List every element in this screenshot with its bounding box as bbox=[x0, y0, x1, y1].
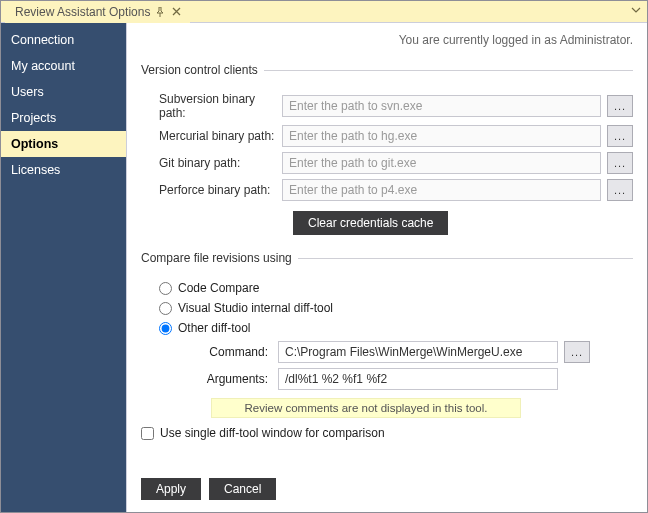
browse-git-button[interactable]: ... bbox=[607, 152, 633, 174]
row-svn: Subversion binary path: ... bbox=[141, 92, 633, 120]
clear-credentials-button[interactable]: Clear credentials cache bbox=[293, 211, 448, 235]
footer: Apply Cancel bbox=[127, 470, 647, 512]
compare-note: Review comments are not displayed in thi… bbox=[211, 398, 521, 418]
group-compare-legend: Compare file revisions using bbox=[141, 251, 298, 265]
browse-p4-button[interactable]: ... bbox=[607, 179, 633, 201]
radio-other-input[interactable] bbox=[159, 322, 172, 335]
radio-code-compare-label: Code Compare bbox=[178, 281, 259, 295]
radio-other[interactable]: Other diff-tool bbox=[159, 321, 633, 335]
input-p4-path[interactable] bbox=[282, 179, 601, 201]
window-title: Review Assistant Options bbox=[15, 5, 150, 19]
group-vcs: Version control clients Subversion binar… bbox=[141, 63, 633, 239]
other-diff-subpanel: Command: ... Arguments: Review comments … bbox=[177, 341, 633, 418]
input-arguments[interactable] bbox=[278, 368, 558, 390]
radio-vs-internal-input[interactable] bbox=[159, 302, 172, 315]
label-p4: Perforce binary path: bbox=[141, 183, 276, 197]
label-svn: Subversion binary path: bbox=[141, 92, 276, 120]
label-hg: Mercurial binary path: bbox=[141, 129, 276, 143]
apply-button[interactable]: Apply bbox=[141, 478, 201, 500]
pin-icon[interactable] bbox=[154, 6, 166, 18]
group-vcs-legend: Version control clients bbox=[141, 63, 264, 77]
radio-vs-internal[interactable]: Visual Studio internal diff-tool bbox=[159, 301, 633, 315]
group-compare: Compare file revisions using Code Compar… bbox=[141, 251, 633, 444]
label-command: Command: bbox=[177, 345, 272, 359]
sidebar-item-my-account[interactable]: My account bbox=[1, 53, 126, 79]
browse-hg-button[interactable]: ... bbox=[607, 125, 633, 147]
input-command[interactable] bbox=[278, 341, 558, 363]
row-hg: Mercurial binary path: ... bbox=[141, 125, 633, 147]
single-window-row[interactable]: Use single diff-tool window for comparis… bbox=[141, 426, 633, 440]
sidebar: Connection My account Users Projects Opt… bbox=[1, 23, 126, 512]
window: Review Assistant Options Connection My a… bbox=[0, 0, 648, 513]
sidebar-item-projects[interactable]: Projects bbox=[1, 105, 126, 131]
label-arguments: Arguments: bbox=[177, 372, 272, 386]
single-window-label: Use single diff-tool window for comparis… bbox=[160, 426, 385, 440]
chevron-down-icon[interactable] bbox=[631, 5, 641, 15]
main-panel: You are currently logged in as Administr… bbox=[126, 23, 647, 512]
radio-code-compare-input[interactable] bbox=[159, 282, 172, 295]
label-git: Git binary path: bbox=[141, 156, 276, 170]
radio-other-label: Other diff-tool bbox=[178, 321, 250, 335]
radio-code-compare[interactable]: Code Compare bbox=[159, 281, 633, 295]
radio-vs-internal-label: Visual Studio internal diff-tool bbox=[178, 301, 333, 315]
browse-command-button[interactable]: ... bbox=[564, 341, 590, 363]
input-svn-path[interactable] bbox=[282, 95, 601, 117]
input-hg-path[interactable] bbox=[282, 125, 601, 147]
sidebar-item-connection[interactable]: Connection bbox=[1, 27, 126, 53]
window-tab[interactable]: Review Assistant Options bbox=[5, 1, 190, 23]
row-git: Git binary path: ... bbox=[141, 152, 633, 174]
content: Version control clients Subversion binar… bbox=[127, 55, 647, 470]
row-p4: Perforce binary path: ... bbox=[141, 179, 633, 201]
sidebar-item-licenses[interactable]: Licenses bbox=[1, 157, 126, 183]
input-git-path[interactable] bbox=[282, 152, 601, 174]
login-status: You are currently logged in as Administr… bbox=[127, 23, 647, 55]
body: Connection My account Users Projects Opt… bbox=[1, 23, 647, 512]
row-command: Command: ... bbox=[177, 341, 633, 363]
sidebar-item-users[interactable]: Users bbox=[1, 79, 126, 105]
single-window-checkbox[interactable] bbox=[141, 427, 154, 440]
close-icon[interactable] bbox=[170, 6, 182, 18]
clear-cache-row: Clear credentials cache bbox=[141, 211, 633, 235]
titlebar: Review Assistant Options bbox=[1, 1, 647, 23]
cancel-button[interactable]: Cancel bbox=[209, 478, 276, 500]
browse-svn-button[interactable]: ... bbox=[607, 95, 633, 117]
sidebar-item-options[interactable]: Options bbox=[1, 131, 126, 157]
row-arguments: Arguments: bbox=[177, 368, 633, 390]
